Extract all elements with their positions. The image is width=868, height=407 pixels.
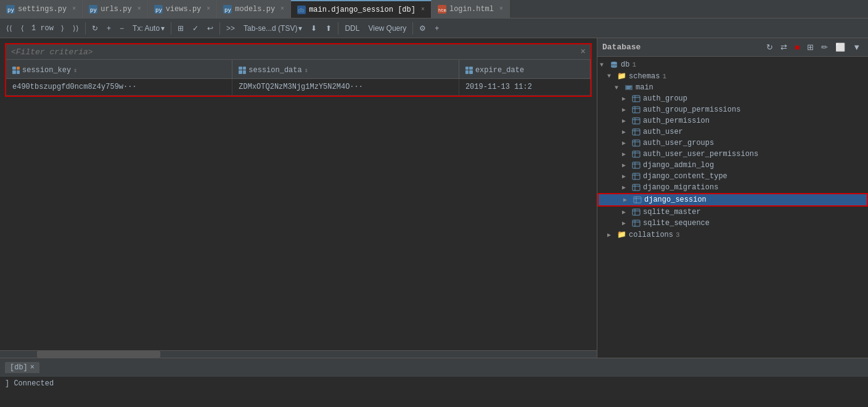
filter-input[interactable] (11, 47, 578, 57)
django-admin-log-label: django_admin_log (643, 161, 714, 170)
tree-item-db[interactable]: ▼ db 1 (597, 59, 868, 70)
tab-views-py[interactable]: py views.py × (148, 0, 218, 18)
db-filter-btn[interactable]: ▼ (850, 41, 863, 53)
tree-item-sqlite-master[interactable]: ▶ sqlite_master (597, 207, 868, 218)
table-row[interactable]: e490tbszupgfd0ncm8z4y759w··· ZDMxOTQ2NzM… (6, 78, 591, 95)
tab-urls-py[interactable]: py urls.py × (83, 0, 147, 18)
tree-item-django-session[interactable]: ▶ django_session (597, 193, 868, 207)
tab-close-icon[interactable]: × (280, 6, 284, 12)
django-session-label: django_session (644, 195, 706, 204)
tree-item-auth-user-user-permissions[interactable]: ▶ auth_user_user_permissions (597, 149, 868, 160)
revert-button[interactable]: ↩ (203, 21, 217, 36)
main-content: × se (0, 38, 868, 358)
tab-close-icon[interactable]: × (421, 6, 425, 13)
cols-button[interactable]: >> (223, 21, 239, 36)
refresh-button[interactable]: ↻ (88, 21, 102, 36)
h-scrollbar[interactable] (0, 350, 597, 358)
view-query-button[interactable]: View Query (364, 21, 410, 36)
ddl-button[interactable]: DDL (341, 21, 363, 36)
table-icon (632, 161, 641, 170)
add-row-button[interactable]: + (103, 21, 115, 36)
tab-close-icon[interactable]: × (207, 6, 210, 12)
tab-close-icon[interactable]: × (72, 6, 76, 12)
status-tab-db[interactable]: [db] × (5, 362, 39, 373)
html-icon: html (438, 5, 446, 14)
export-button[interactable]: ⬆ (322, 21, 335, 36)
svg-rect-36 (633, 162, 640, 168)
first-row-button[interactable]: ⟨⟨ (2, 21, 16, 36)
tree-item-collations[interactable]: ▶ 📁 collations 3 (597, 229, 868, 240)
db-sync-btn[interactable]: ⇄ (778, 41, 790, 53)
grid-icon-btn[interactable]: ⊞ (174, 21, 187, 36)
tab-label: login.html (449, 5, 494, 14)
auth-user-label: auth_user (643, 128, 683, 136)
db-img-btn[interactable]: ⬜ (833, 41, 848, 53)
expand-arrow: ▶ (622, 173, 629, 180)
svg-point-14 (611, 65, 617, 68)
tab-models-py[interactable]: py models.py × (217, 0, 291, 18)
django-content-type-label: django_content_type (643, 172, 727, 181)
status-tab-close[interactable]: × (30, 363, 35, 372)
expand-arrow: ▼ (615, 84, 622, 91)
svg-text:html: html (438, 8, 446, 13)
expand-arrow: ▶ (622, 117, 629, 125)
next-row-button[interactable]: ⟩ (57, 21, 68, 36)
last-row-button[interactable]: ⟩⟩ (69, 21, 83, 36)
db-refresh-btn[interactable]: ↻ (764, 41, 776, 53)
tree-item-django-content-type[interactable]: ▶ django_content_type (597, 171, 868, 182)
db-edit-btn[interactable]: ✏ (819, 41, 830, 53)
tab-django-session-db[interactable]: db main.django_session [db] × (291, 0, 432, 18)
tx-auto-button[interactable]: Tx: Auto ▾ (129, 21, 168, 36)
add-button[interactable]: + (431, 21, 443, 36)
cell-session-key: e490tbszupgfd0ncm8z4y759w··· (6, 78, 232, 95)
tree-item-auth-user[interactable]: ▶ auth_user (597, 126, 868, 138)
svg-rect-51 (633, 220, 640, 226)
db-label: db (621, 60, 629, 69)
expand-arrow: ▶ (623, 196, 631, 204)
tree-item-auth-user-groups[interactable]: ▶ auth_user_groups (597, 138, 868, 149)
row-count-label: 1 row (29, 24, 56, 33)
data-panel: × se (0, 38, 597, 358)
auth-group-label: auth_group (643, 94, 687, 103)
tab-close-icon[interactable]: × (499, 6, 503, 12)
tree-item-schemas[interactable]: ▼ 📁 schemas 1 (597, 70, 868, 82)
sqlite-master-label: sqlite_master (643, 208, 701, 216)
tab-close-icon[interactable]: × (137, 6, 141, 12)
svg-text:py: py (90, 7, 97, 14)
tree-item-auth-group[interactable]: ▶ auth_group (597, 93, 868, 104)
import-button[interactable]: ⬇ (307, 21, 321, 36)
delete-row-button[interactable]: − (116, 21, 128, 36)
svg-rect-17 (626, 88, 630, 89)
separator-3 (219, 22, 220, 35)
tree-item-django-admin-log[interactable]: ▶ django_admin_log (597, 160, 868, 171)
db-stop-btn[interactable]: ■ (792, 41, 802, 53)
check-button[interactable]: ✓ (189, 21, 202, 36)
scrollbar-thumb[interactable] (37, 351, 160, 358)
tab-login-html[interactable]: html login.html × (432, 0, 510, 18)
collations-label: collations (629, 231, 673, 239)
svg-rect-48 (633, 209, 640, 215)
scroll-area (0, 102, 597, 351)
collations-badge: 3 (676, 231, 680, 239)
prev-row-button[interactable]: ⟨ (17, 21, 28, 36)
table-icon (632, 219, 641, 228)
tab-settings-py[interactable]: py settings.py × (0, 0, 83, 18)
col-session-key[interactable]: session_key ⇕ (6, 60, 232, 78)
tree-item-main[interactable]: ▼ main (597, 82, 868, 93)
table-icon (632, 172, 641, 181)
col-expire-date[interactable]: expire_date (459, 60, 590, 78)
table-icon (632, 128, 641, 136)
tree-item-auth-group-permissions[interactable]: ▶ auth_group_permissions (597, 104, 868, 115)
expand-arrow: ▶ (622, 184, 629, 191)
settings-button[interactable]: ⚙ (416, 21, 430, 36)
status-bar: [db] × (0, 358, 868, 376)
key-grid-icon (12, 67, 20, 74)
filter-close-icon[interactable]: × (581, 47, 586, 57)
svg-rect-45 (634, 197, 641, 203)
tree-item-django-migrations[interactable]: ▶ django_migrations (597, 182, 868, 193)
tree-item-auth-permission[interactable]: ▶ auth_permission (597, 115, 868, 126)
col-session-data[interactable]: session_data ⇕ (232, 60, 459, 78)
format-button[interactable]: Tab-se...d (TSV) ▾ (240, 21, 306, 36)
tree-item-sqlite-sequence[interactable]: ▶ sqlite_sequence (597, 218, 868, 229)
db-table-btn[interactable]: ⊞ (805, 41, 816, 53)
